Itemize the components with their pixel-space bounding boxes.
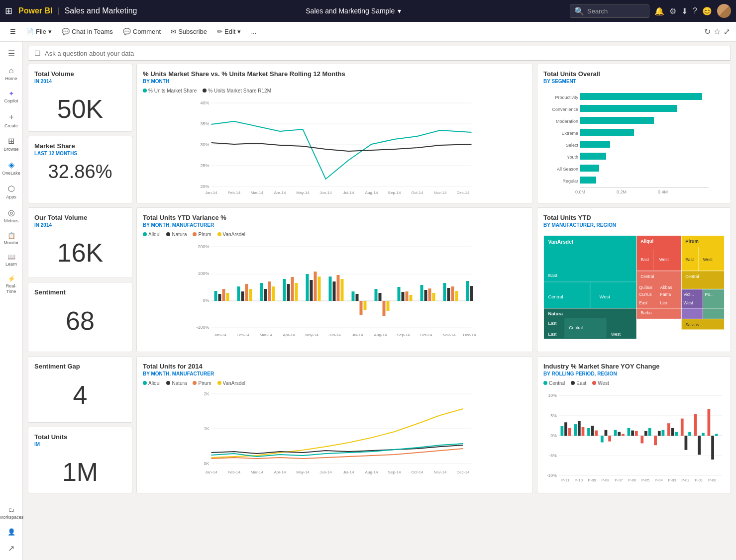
sidebar-copilot-label: Copilot <box>4 98 18 104</box>
report-title-label: Sales and Marketing Sample <box>306 7 395 15</box>
units-legend-4: VanArsdel <box>217 380 245 386</box>
svg-text:Sep-14: Sep-14 <box>388 470 401 474</box>
units-legend-1: Aliqui <box>143 380 160 386</box>
report-title[interactable]: Sales and Marketing Sample ▾ <box>306 7 401 15</box>
settings-icon[interactable]: ⚙ <box>669 6 676 16</box>
svg-rect-23 <box>580 93 702 100</box>
svg-text:Jan-14: Jan-14 <box>205 190 217 195</box>
help-icon[interactable]: ? <box>693 6 697 15</box>
svg-rect-204 <box>658 431 661 436</box>
svg-text:Central: Central <box>569 325 583 330</box>
svg-rect-76 <box>360 301 363 315</box>
industry-svg: 10% 5% 0% -5% -10% <box>543 388 725 485</box>
svg-text:All Season: All Season <box>557 167 578 172</box>
svg-rect-27 <box>580 117 654 124</box>
sidebar-item-monitor[interactable]: 📋Monitor <box>1 229 21 249</box>
sidebar-item-menu[interactable]: ☰ <box>1 46 21 61</box>
sidebar-item-workspaces[interactable]: 🗂Workspaces <box>1 503 21 523</box>
svg-text:P-08: P-08 <box>601 478 609 482</box>
industry-legend-west: West <box>592 380 609 386</box>
comment-button[interactable]: 💬 Comment <box>119 26 165 37</box>
svg-rect-209 <box>681 419 684 436</box>
sidebar-item-create[interactable]: ＋Create <box>1 109 21 132</box>
total-units-title: Total Units <box>34 433 126 441</box>
sidebar: ☰ ⌂Home ✦ Copilot ＋Create ⊞Browse ◈OneLa… <box>0 42 23 560</box>
home-icon: ⌂ <box>9 66 14 75</box>
svg-text:0%: 0% <box>550 433 557 438</box>
file-button[interactable]: 📄 File ▾ <box>22 26 56 37</box>
more-button[interactable]: ... <box>247 26 260 37</box>
total-units-2014-subtitle: BY MONTH, MANUFACTURER <box>143 371 526 376</box>
sidebar-item-onelake[interactable]: ◈OneLake <box>1 157 21 179</box>
bell-icon[interactable]: 🔔 <box>654 6 664 16</box>
apps-icon[interactable]: ⊞ <box>5 5 12 16</box>
svg-rect-90 <box>443 283 446 301</box>
download-icon[interactable]: ⬇ <box>681 6 688 16</box>
sidebar-item-home[interactable]: ⌂Home <box>1 63 21 85</box>
edit-button[interactable]: ✏ Edit ▾ <box>213 26 245 37</box>
svg-rect-183 <box>564 422 567 436</box>
favorite-icon[interactable]: ☆ <box>714 27 721 36</box>
svg-rect-56 <box>245 284 248 301</box>
sidebar-item-realtime[interactable]: ⚡Real-Time <box>1 272 21 297</box>
svg-text:25%: 25% <box>200 163 209 168</box>
avatar[interactable] <box>717 4 731 18</box>
industry-chart-title: Industry % Market Share YOY Change <box>543 363 725 370</box>
svg-text:Central: Central <box>640 274 654 279</box>
svg-text:P-00: P-00 <box>708 478 716 482</box>
svg-rect-217 <box>715 434 718 436</box>
svg-text:Aug-14: Aug-14 <box>365 190 378 195</box>
sidebar-item-expand[interactable]: ↗ <box>1 541 21 556</box>
sidebar-item-apps[interactable]: ⬡Apps <box>1 181 21 203</box>
svg-text:Nov-14: Nov-14 <box>434 470 447 474</box>
svg-rect-140 <box>682 308 703 319</box>
svg-text:Salvias: Salvias <box>685 322 699 327</box>
menu-toggle-button[interactable]: ☰ <box>6 26 20 37</box>
total-units-ytd-subtitle: BY MANUFACTURER, REGION <box>543 222 725 228</box>
svg-rect-207 <box>671 428 674 436</box>
sidebar-item-copilot[interactable]: ✦ Copilot <box>1 87 21 107</box>
svg-text:Fama: Fama <box>660 292 671 297</box>
total-volume-value: 50K <box>34 94 126 124</box>
fullscreen-icon[interactable]: ⤢ <box>724 27 730 36</box>
refresh-icon[interactable]: ↻ <box>704 27 711 36</box>
svg-text:Moderation: Moderation <box>556 119 578 124</box>
chat-teams-button[interactable]: 💬 Chat in Teams <box>58 26 117 37</box>
file-icon: 📄 <box>26 28 34 35</box>
svg-rect-210 <box>685 436 688 450</box>
svg-rect-82 <box>398 287 401 301</box>
market-share-card: Market Share LAST 12 MONTHS 32.86% <box>28 136 132 204</box>
svg-rect-67 <box>310 280 313 301</box>
search-box[interactable]: 🔍 <box>570 4 649 18</box>
sentiment-value: 68 <box>34 306 126 336</box>
toolbar: ☰ 📄 File ▾ 💬 Chat in Teams 💬 Comment ✉ S… <box>0 22 736 42</box>
svg-rect-65 <box>295 283 298 301</box>
svg-text:200%: 200% <box>198 244 209 249</box>
sentiment-title: Sentiment <box>34 288 126 296</box>
treemap-svg: VanArsdel East Central West Aliqui East … <box>543 232 725 344</box>
nav-separator: | <box>57 6 59 15</box>
svg-rect-190 <box>595 431 598 436</box>
sidebar-item-learn[interactable]: 📖Learn <box>1 250 21 270</box>
ask-question-bar[interactable]: ☐ Ask a question about your data <box>28 46 731 61</box>
svg-text:P-09: P-09 <box>588 478 596 482</box>
svg-text:P-06: P-06 <box>628 478 636 482</box>
sidebar-item-profile[interactable]: 👤 <box>1 525 21 539</box>
sidebar-create-label: Create <box>4 123 18 129</box>
svg-text:Dec-14: Dec-14 <box>463 333 476 337</box>
units-legend-3: Pirum <box>193 380 211 386</box>
svg-text:Barba: Barba <box>640 310 652 315</box>
total-units-overall-card: Total Units Overall BY SEGMENT Productiv… <box>537 64 731 203</box>
sentiment-gap-card: Sentiment Gap 4 <box>28 356 132 423</box>
sidebar-home-label: Home <box>5 76 17 82</box>
svg-text:May-14: May-14 <box>296 190 310 195</box>
sidebar-item-browse[interactable]: ⊞Browse <box>1 133 21 155</box>
workspaces-icon: 🗂 <box>8 506 14 514</box>
svg-rect-212 <box>694 414 697 436</box>
search-input[interactable] <box>587 7 645 15</box>
subscribe-button[interactable]: ✉ Subscribe <box>167 26 211 37</box>
user-emoji-icon[interactable]: 😊 <box>702 6 712 16</box>
sidebar-item-metrics[interactable]: ◎Metrics <box>1 205 21 227</box>
svg-rect-66 <box>306 274 309 301</box>
svg-rect-63 <box>287 284 290 301</box>
